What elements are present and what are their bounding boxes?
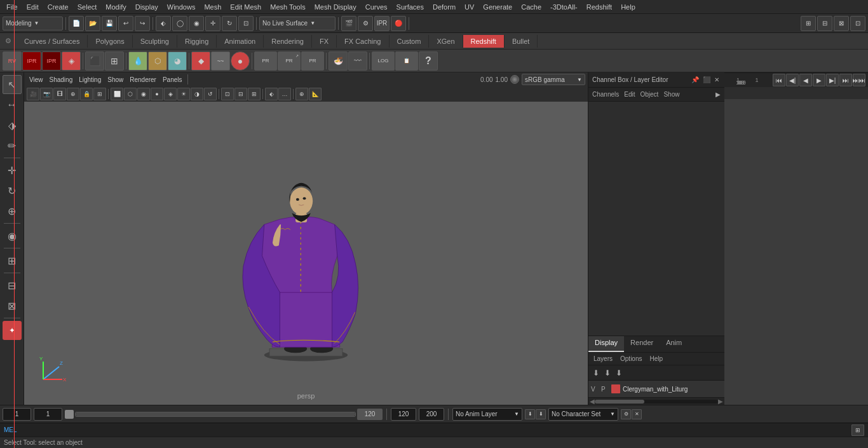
shelf-icon-12[interactable]: ● [231,51,250,71]
cb-pin-icon[interactable]: 📌 [690,76,700,83]
menu-redshift[interactable]: Redshift [583,2,616,12]
range-track[interactable] [75,412,356,417]
pb-play-btn[interactable]: ▶ [813,74,825,86]
select-tool-btn[interactable]: ⬖ [156,16,171,31]
vi-btn-isolate[interactable]: ⬖ [265,88,278,100]
pb-end-btn[interactable]: ⏭ [839,74,852,86]
frame-start-input[interactable] [3,408,31,421]
menu-uv[interactable]: UV [461,2,478,12]
le-help-menu[interactable]: Help [647,355,665,362]
shelf-icon-10[interactable]: ◆ [191,51,210,71]
open-file-btn[interactable]: 📂 [85,16,100,31]
render-preview-btn[interactable]: ✦ [3,321,22,340]
le-layer-row[interactable]: V P Clergyman_with_Liturg [588,381,724,397]
menu-curves[interactable]: Curves [362,2,391,12]
vi-btn-snap[interactable]: ⊕ [67,88,79,100]
layout-btn-1[interactable]: ⊞ [801,16,816,31]
vt-renderer-menu[interactable]: Renderer [127,76,159,84]
tab-redshift[interactable]: Redshift [463,35,505,48]
menu-surfaces[interactable]: Surfaces [393,2,428,12]
vi-btn-aa[interactable]: ↺ [204,88,217,100]
frame-current-input[interactable] [34,408,62,421]
vi-btn-shade[interactable]: ◉ [137,88,150,100]
vi-btn-cam2[interactable]: 📷 [40,88,53,100]
range-thumb-left[interactable] [65,410,74,419]
le-tab-anim[interactable]: Anim [660,336,688,352]
lasso-select-btn[interactable]: ⬗ [3,116,22,135]
le-icon-down2[interactable]: ⬇ [602,369,613,377]
tab-custom[interactable]: Custom [390,35,430,48]
rotate-tool-btn[interactable]: ↻ [3,181,22,200]
menu-help[interactable]: Help [617,2,639,12]
paint-select-btn[interactable]: ✏ [3,136,22,155]
tab-bullet[interactable]: Bullet [505,35,538,48]
menu-cache[interactable]: Cache [517,2,545,12]
menu-mesh[interactable]: Mesh [200,2,225,12]
anim-layer-btn2[interactable]: ⬇ [536,409,546,419]
pb-loop-btn[interactable]: ⏭⏭ [853,74,865,86]
new-file-btn[interactable]: 📄 [69,16,84,31]
layout-btn-3[interactable]: ⊠ [834,16,849,31]
tab-polygons[interactable]: Polygons [88,35,132,48]
layout-btn-4[interactable]: ⊡ [850,16,865,31]
lasso-btn[interactable]: ◯ [172,16,187,31]
menu-edit-mesh[interactable]: Edit Mesh [226,2,265,12]
vi-btn-wire[interactable]: ⬡ [124,88,137,100]
vi-btn-res3[interactable]: ⊞ [248,88,261,100]
tab-sculpting[interactable]: Sculpting [133,35,177,48]
viewport-canvas[interactable]: Z X Y persp [24,102,588,405]
shelf-icon-9[interactable]: ◕ [168,51,187,71]
no-character-set-dropdown[interactable]: No Character Set ▼ [548,408,618,421]
vt-panels-menu[interactable]: Panels [160,76,185,84]
shelf-icon-3[interactable]: IPR [42,51,61,71]
shelf-icon-pr1[interactable]: PR [254,51,277,71]
vi-btn-lock[interactable]: 🔒 [80,88,93,100]
menu-mesh-tools[interactable]: Mesh Tools [266,2,309,12]
modeling-dropdown[interactable]: Modeling ▼ [3,17,63,31]
paint-btn[interactable]: ◉ [189,16,204,31]
shelf-icon-help[interactable]: ? [419,51,438,71]
tab-curves-surfaces[interactable]: Curves / Surfaces [17,35,88,48]
move-tool-btn[interactable]: ✛ [3,161,22,180]
transform-btn[interactable]: ↔ [3,95,22,114]
vi-btn-focus[interactable]: ⊕ [295,88,308,100]
vi-btn-lights[interactable]: ☀ [177,88,190,100]
menu-3dtoall[interactable]: -3DtoAll- [546,2,581,12]
menu-generate[interactable]: Generate [479,2,516,12]
le-scroll-left-icon[interactable]: ◀ [590,398,595,405]
soft-mod-btn[interactable]: ◉ [3,226,22,245]
gamma-dropdown[interactable]: sRGB gamma ▼ [522,74,585,85]
char-set-btn2[interactable]: ✕ [632,409,642,419]
tab-fx-caching[interactable]: FX Caching [337,35,389,48]
timeline-ruler[interactable]: 1 5 10 15 20 25 30 35 40 45 50 55 60 65 [724,73,868,87]
vi-btn-ao[interactable]: ◑ [191,88,203,100]
le-icon-down[interactable]: ⬇ [591,369,601,377]
shelf-icon-bowl[interactable]: 🍜 [329,51,348,71]
le-scroll-track[interactable] [595,400,718,404]
vt-shading-menu[interactable]: Shading [47,76,76,84]
le-options-menu[interactable]: Options [618,355,644,362]
vi-btn-cam[interactable]: 🎥 [27,88,39,100]
vt-lighting-menu[interactable]: Lighting [76,76,104,84]
vi-btn-res2[interactable]: ⊟ [234,88,247,100]
menu-deform[interactable]: Deform [429,2,459,12]
command-line-input[interactable] [22,426,849,433]
show-manip-btn[interactable]: ⊞ [3,251,22,270]
vi-btn-res[interactable]: ⊡ [221,88,234,100]
menu-modify[interactable]: Modify [102,2,130,12]
shelf-icon-pr2[interactable]: PR↗ [278,51,301,71]
scale-tool-btn[interactable]: ⊕ [3,201,22,221]
vi-btn-cam3[interactable]: 🎞 [53,88,66,100]
le-scroll-right-icon[interactable]: ▶ [718,398,723,405]
menu-edit[interactable]: Edit [23,2,43,12]
pb-back-btn[interactable]: ◀ [799,74,812,86]
vt-show-menu[interactable]: Show [105,76,126,84]
vi-btn-more[interactable]: … [278,88,291,100]
le-tab-display[interactable]: Display [588,336,624,352]
cb-expand-icon[interactable]: ⬛ [702,76,712,83]
shelf-icon-11[interactable]: ~~ [211,51,230,71]
shelf-icon-4[interactable]: ◈ [62,51,81,71]
grid-snap-btn[interactable]: ⊟ [3,276,22,295]
render-all-btn[interactable]: 🔴 [391,16,406,31]
move-btn[interactable]: ✛ [205,16,220,31]
